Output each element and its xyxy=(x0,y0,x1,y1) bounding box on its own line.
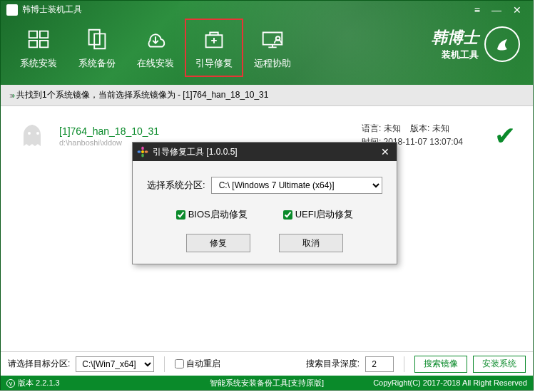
status-text: 共找到1个系统镜像，当前选择系统镜像为 - [1]764_han_18_10_3… xyxy=(16,89,268,101)
repair-button[interactable]: 修复 xyxy=(186,234,250,252)
footer: v版本 2.2.1.3 智能系统安装备份工具[支持原版] CopyRight(C… xyxy=(1,376,533,390)
tool-label: 系统安装 xyxy=(20,57,57,70)
tool-remote-assist[interactable]: 远程协助 xyxy=(243,19,302,77)
menu-button[interactable]: ≡ xyxy=(474,4,480,16)
brand-sub: 装机工具 xyxy=(442,48,479,61)
windows-icon xyxy=(25,26,52,53)
brand-main: 韩博士 xyxy=(432,27,479,48)
tool-system-backup[interactable]: 系统备份 xyxy=(68,19,126,77)
dialog-title-text: 引导修复工具 [1.0.0.5] xyxy=(153,146,238,158)
divider xyxy=(164,356,165,372)
app-icon xyxy=(6,4,18,16)
svg-point-1 xyxy=(28,132,31,135)
flower-icon xyxy=(137,146,148,158)
tool-label: 远程协助 xyxy=(254,57,291,70)
partition-label: 选择系统分区: xyxy=(147,179,205,192)
remote-icon xyxy=(259,26,286,53)
header: 韩博士装机工具 ≡ — ✕ 系统安装 系统备份 在线安装 引导修复 xyxy=(1,1,533,85)
image-name: [1]764_han_18_10_31 xyxy=(59,125,352,137)
target-partition-select[interactable]: C:\[Win7_x64] xyxy=(76,356,154,372)
footer-center-text: 智能系统安装备份工具[支持原版] xyxy=(210,378,324,388)
search-image-button[interactable]: 搜索镜像 xyxy=(414,356,467,373)
copyright-text: CopyRight(C) 2017-2018 All Right Reserve… xyxy=(373,378,527,387)
chevron-right-icon: ››› xyxy=(9,91,14,100)
minimize-button[interactable]: — xyxy=(491,4,501,16)
window-title: 韩博士装机工具 xyxy=(22,4,474,16)
dialog-titlebar[interactable]: 引导修复工具 [1.0.0.5] ✕ xyxy=(133,143,397,161)
cloud-download-icon xyxy=(142,26,169,53)
auto-restart-input[interactable] xyxy=(175,359,184,368)
svg-point-2 xyxy=(36,132,39,135)
copy-icon xyxy=(83,26,111,53)
boot-repair-dialog: 引导修复工具 [1.0.0.5] ✕ 选择系统分区: C:\ [Windows … xyxy=(132,142,397,264)
tool-label: 系统备份 xyxy=(78,57,116,70)
version-icon: v xyxy=(6,379,15,388)
dialog-close-button[interactable]: ✕ xyxy=(378,146,392,158)
partition-select[interactable]: C:\ [Windows 7 Ultimate (x64)] xyxy=(211,177,382,194)
search-depth-label: 搜索目录深度: xyxy=(306,358,360,370)
brand-logo-icon xyxy=(484,26,520,62)
target-partition-label: 请选择目标分区: xyxy=(8,358,70,370)
bottom-bar: 请选择目标分区: C:\[Win7_x64] 自动重启 搜索目录深度: 搜索镜像… xyxy=(1,351,533,376)
tool-label: 在线安装 xyxy=(137,57,174,70)
tool-boot-repair[interactable]: 引导修复 xyxy=(185,19,243,77)
tool-label: 引导修复 xyxy=(195,57,233,70)
selected-check-icon: ✔ xyxy=(494,121,516,151)
svg-point-7 xyxy=(145,150,148,153)
svg-point-5 xyxy=(141,154,144,158)
status-bar: ››› 共找到1个系统镜像，当前选择系统镜像为 - [1]764_han_18_… xyxy=(1,85,533,106)
svg-point-6 xyxy=(138,150,141,153)
auto-restart-checkbox[interactable]: 自动重启 xyxy=(175,358,220,370)
divider xyxy=(404,356,404,372)
tool-online-install[interactable]: 在线安装 xyxy=(126,19,185,77)
svg-point-3 xyxy=(141,150,144,153)
tool-system-install[interactable]: 系统安装 xyxy=(9,19,68,77)
bios-repair-input[interactable] xyxy=(176,210,185,220)
bios-repair-checkbox[interactable]: BIOS启动修复 xyxy=(176,208,248,221)
cancel-button[interactable]: 取消 xyxy=(279,234,343,252)
search-depth-input[interactable] xyxy=(365,356,394,372)
close-button[interactable]: ✕ xyxy=(513,4,521,16)
brand: 韩博士 装机工具 xyxy=(432,26,520,62)
ghost-icon xyxy=(18,120,49,152)
uefi-repair-checkbox[interactable]: UEFI启动修复 xyxy=(283,208,354,221)
install-system-button[interactable]: 安装系统 xyxy=(473,356,526,373)
svg-point-4 xyxy=(141,147,144,150)
uefi-repair-input[interactable] xyxy=(283,210,292,220)
repair-kit-icon xyxy=(200,26,228,53)
